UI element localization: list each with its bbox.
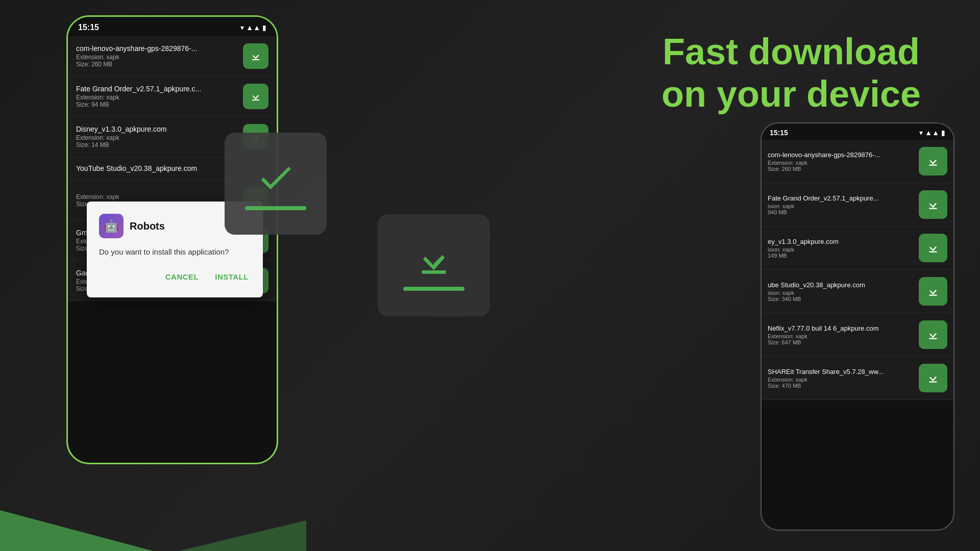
signal-icon: ▲▲ bbox=[246, 23, 260, 32]
download-button[interactable] bbox=[919, 147, 947, 176]
app-size: Size: 14 MB bbox=[76, 141, 243, 148]
download-icon bbox=[926, 198, 940, 211]
app-item-info: com-lenovo-anyshare-gps-2829876-... Exte… bbox=[768, 151, 919, 172]
app-extension: Extension: xapk bbox=[76, 94, 243, 101]
download-large-icon bbox=[413, 240, 454, 281]
app-item-info: ey_v1.3.0_apkpure.com ision: xapk 149 MB bbox=[768, 238, 919, 259]
app-name: SHAREit Transfer Share_v5.7.28_ww... bbox=[768, 368, 919, 375]
dialog-actions: CANCEL INSTALL bbox=[99, 268, 251, 285]
list-item: SHAREit Transfer Share_v5.7.28_ww... Ext… bbox=[762, 357, 953, 400]
list-item: com-lenovo-anyshare-gps-2829876-... Exte… bbox=[68, 36, 277, 77]
app-name: com-lenovo-anyshare-gps-2829876-... bbox=[76, 44, 243, 53]
app-item-info: Neflix_v7.77.0 buil 14 6_apkpure.com Ext… bbox=[768, 324, 919, 345]
app-name: Neflix_v7.77.0 buil 14 6_apkpure.com bbox=[768, 324, 919, 332]
download-icon bbox=[250, 50, 262, 62]
download-button[interactable] bbox=[243, 43, 268, 69]
app-extension: ision: xapk bbox=[768, 203, 919, 209]
app-extension: ision: xapk bbox=[768, 246, 919, 253]
app-size: Size: 647 MB bbox=[768, 339, 919, 345]
cancel-button[interactable]: CANCEL bbox=[163, 268, 201, 285]
right-phone-time: 15:15 bbox=[770, 129, 788, 137]
right-phone-app-list: com-lenovo-anyshare-gps-2829876-... Exte… bbox=[762, 140, 953, 400]
checkmark-popup bbox=[225, 133, 327, 235]
app-size: Size: 260 MB bbox=[768, 166, 919, 172]
headline-text: Fast download on your device bbox=[643, 31, 939, 115]
app-item-info: Disney_v1.3.0_apkpure.com Extension: xap… bbox=[76, 125, 243, 148]
left-phone-status-bar: 15:15 ▾ ▲▲ ▮ bbox=[68, 17, 277, 36]
list-item: Fate Grand Order_v2.57.1_apkpure... isio… bbox=[762, 183, 953, 227]
download-icon bbox=[926, 241, 940, 255]
download-button[interactable] bbox=[919, 277, 947, 306]
right-phone-status-icons: ▾ ▲▲ ▮ bbox=[919, 129, 945, 137]
list-item: ube Studio_v20.38_apkpure.com ision: xap… bbox=[762, 270, 953, 313]
app-name: ey_v1.3.0_apkpure.com bbox=[768, 238, 919, 245]
dialog-app-name: Robots bbox=[130, 220, 165, 232]
download-button[interactable] bbox=[243, 84, 268, 109]
dialog-message: Do you want to install this application? bbox=[99, 246, 251, 258]
app-item-info: SHAREit Transfer Share_v5.7.28_ww... Ext… bbox=[768, 368, 919, 389]
list-item: com-lenovo-anyshare-gps-2829876-... Exte… bbox=[762, 140, 953, 183]
app-item-info: com-lenovo-anyshare-gps-2829876-... Exte… bbox=[76, 44, 243, 68]
app-extension: ision: xapk bbox=[768, 290, 919, 296]
checkmark-icon bbox=[255, 157, 296, 198]
wifi-icon: ▾ bbox=[919, 129, 923, 137]
app-name: com-lenovo-anyshare-gps-2829876-... bbox=[768, 151, 919, 159]
app-extension: Extension: xapk bbox=[76, 134, 243, 141]
download-button[interactable] bbox=[919, 320, 947, 349]
download-icon bbox=[926, 155, 940, 168]
left-phone-status-icons: ▾ ▲▲ ▮ bbox=[240, 23, 266, 32]
app-name: Fate Grand Order_v2.57.1_apkpure.c... bbox=[76, 85, 243, 93]
download-icon bbox=[250, 90, 262, 103]
download-progress-bar bbox=[403, 287, 464, 291]
app-name: ube Studio_v20.38_apkpure.com bbox=[768, 281, 919, 289]
app-item-info: ube Studio_v20.38_apkpure.com ision: xap… bbox=[768, 281, 919, 302]
right-phone-status-bar: 15:15 ▾ ▲▲ ▮ bbox=[762, 123, 953, 140]
app-item-info: Fate Grand Order_v2.57.1_apkpure.c... Ex… bbox=[76, 85, 243, 108]
progress-bar bbox=[245, 206, 306, 210]
install-button[interactable]: INSTALL bbox=[213, 268, 251, 285]
download-button[interactable] bbox=[919, 190, 947, 219]
download-icon bbox=[926, 285, 940, 298]
headline-section: Fast download on your device bbox=[643, 31, 939, 115]
app-size: 940 MB bbox=[768, 209, 919, 215]
app-extension: Extension: xapk bbox=[768, 333, 919, 339]
app-size: Size: 470 MB bbox=[768, 383, 919, 389]
list-item: Fate Grand Order_v2.57.1_apkpure.c... Ex… bbox=[68, 77, 277, 117]
app-extension: Extension: xapk bbox=[76, 54, 243, 61]
app-size: Size: 340 MB bbox=[768, 296, 919, 302]
list-item: ey_v1.3.0_apkpure.com ision: xapk 149 MB bbox=[762, 227, 953, 270]
app-extension: Extension: xapk bbox=[768, 377, 919, 383]
app-extension: Extension: xapk bbox=[76, 193, 243, 201]
list-item: Neflix_v7.77.0 buil 14 6_apkpure.com Ext… bbox=[762, 313, 953, 357]
signal-icon: ▲▲ bbox=[925, 129, 939, 137]
app-size: 149 MB bbox=[768, 253, 919, 259]
left-phone-time: 15:15 bbox=[78, 23, 99, 32]
app-size: Size: 260 MB bbox=[76, 61, 243, 68]
download-popup bbox=[378, 214, 490, 316]
app-size: Size: 94 MB bbox=[76, 101, 243, 108]
app-name: Fate Grand Order_v2.57.1_apkpure... bbox=[768, 194, 919, 202]
battery-icon: ▮ bbox=[262, 23, 266, 32]
app-extension: Extension: xapk bbox=[768, 160, 919, 166]
right-phone: 15:15 ▾ ▲▲ ▮ com-lenovo-anyshare-gps-282… bbox=[761, 122, 954, 531]
download-icon bbox=[926, 328, 940, 341]
app-name: Disney_v1.3.0_apkpure.com bbox=[76, 125, 243, 133]
download-button[interactable] bbox=[919, 234, 947, 262]
app-item-info: Fate Grand Order_v2.57.1_apkpure... isio… bbox=[768, 194, 919, 215]
download-icon bbox=[926, 371, 940, 385]
download-button[interactable] bbox=[919, 364, 947, 392]
app-icon: 🤖 bbox=[99, 214, 124, 238]
battery-icon: ▮ bbox=[941, 129, 945, 137]
wifi-icon: ▾ bbox=[240, 23, 244, 32]
